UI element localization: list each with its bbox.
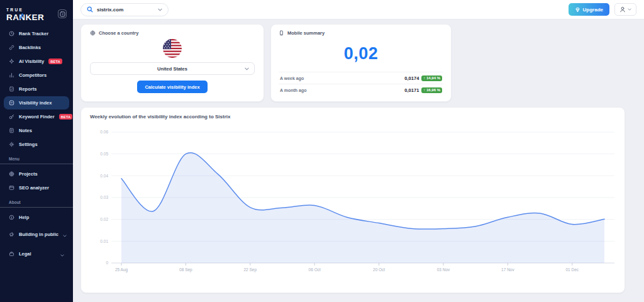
chevron-down-icon [245, 67, 249, 70]
sidebar-item-projects[interactable]: Projects [4, 167, 69, 181]
phone-icon [279, 30, 284, 36]
report-icon [9, 86, 14, 92]
brand-line2: RANKER [6, 13, 44, 22]
svg-text:03 Nov: 03 Nov [437, 267, 450, 272]
beta-badge: BETA [59, 114, 73, 120]
card-title: Choose a country [99, 30, 138, 36]
beta-badge: BETA [48, 59, 62, 64]
browser-icon [9, 185, 14, 191]
svg-text:25 Aug: 25 Aug [115, 267, 128, 272]
visibility-area-chart[interactable]: 00.010.020.030.040.050.0625 Aug08 Sep22 … [90, 125, 616, 286]
main-area: Choose a country United States [73, 20, 644, 298]
info-icon [9, 215, 14, 220]
note-icon [9, 128, 14, 133]
sidebar-item-seo-analyzer[interactable]: SEO analyzer [4, 181, 69, 194]
search-value: sistrix.com [97, 7, 154, 13]
sidebar-collapse-button[interactable] [58, 9, 67, 18]
sidebar-item-keyword-finder[interactable]: Keyword Finder BETA [4, 110, 69, 123]
clock-icon [9, 31, 14, 36]
svg-text:0.02: 0.02 [100, 217, 108, 221]
link-icon [9, 45, 14, 50]
summary-row-month: A month ago 0,0171 ↑ 16,96 % [279, 84, 443, 96]
calculate-visibility-button[interactable]: Calculate visibility index [137, 81, 207, 93]
chart-title: Weekly evolution of the visibility index… [90, 114, 616, 120]
sidebar-item-reports[interactable]: Reports [4, 82, 69, 96]
svg-text:0.03: 0.03 [100, 195, 108, 199]
sidebar-item-notes[interactable]: Notes [4, 124, 69, 137]
change-badge: ↑ 16,96 % [421, 87, 442, 93]
visibility-chart-card: Weekly evolution of the visibility index… [80, 107, 625, 293]
card-title: Mobile summary [287, 30, 325, 36]
sidebar: TRUE RANKER Rank Tracker Backlinks AI Vi… [0, 0, 73, 302]
globe-icon [90, 30, 96, 36]
chevron-down-icon [628, 8, 631, 11]
svg-text:0.01: 0.01 [100, 239, 108, 243]
sidebar-item-visibility-index[interactable]: Visibility index [4, 96, 69, 109]
change-badge: ↑ 14,94 % [421, 76, 442, 81]
week-ago-value: 0,0174 [404, 76, 419, 81]
current-visibility-value: 0,02 [279, 36, 443, 72]
divider [0, 164, 73, 164]
upgrade-label: Upgrade [583, 7, 603, 13]
svg-text:01 Dec: 01 Dec [565, 267, 579, 272]
domain-search-select[interactable]: sistrix.com [80, 3, 169, 16]
sidebar-nav: Rank Tracker Backlinks AI Visibility BET… [0, 27, 73, 263]
svg-text:22 Sep: 22 Sep [243, 267, 257, 272]
collapse-icon [60, 11, 65, 17]
sidebar-section-menu: Menu [4, 152, 69, 164]
us-flag-icon [163, 39, 182, 58]
chevron-down-icon [60, 248, 64, 259]
sidebar-item-building-in-public[interactable]: Building in public [4, 225, 69, 243]
svg-text:20 Oct: 20 Oct [373, 267, 385, 272]
globe-icon [9, 171, 14, 177]
topbar: sistrix.com Upgrade [73, 0, 644, 20]
sidebar-item-rank-tracker[interactable]: Rank Tracker [4, 27, 69, 40]
megaphone-icon [9, 232, 14, 237]
sidebar-item-competitors[interactable]: Competitors [4, 69, 69, 82]
search-icon [87, 6, 93, 13]
key-icon [9, 114, 14, 120]
chevron-down-icon [63, 228, 67, 240]
user-icon [619, 6, 626, 13]
divider [0, 207, 73, 208]
briefcase-icon [9, 251, 14, 257]
country-select-value: United States [157, 66, 187, 72]
sidebar-item-help[interactable]: Help [4, 211, 69, 224]
gem-icon [575, 7, 580, 13]
gear-icon [9, 142, 14, 147]
svg-text:06 Oct: 06 Oct [309, 267, 321, 272]
month-ago-value: 0,0171 [404, 87, 419, 93]
mobile-summary-card: Mobile summary 0,02 A week ago 0,0174 ↑ … [270, 24, 452, 102]
svg-text:0: 0 [106, 260, 108, 265]
brand-line1: TRUE [6, 8, 44, 12]
country-select[interactable]: United States [90, 62, 255, 75]
sidebar-item-legal[interactable]: Legal [4, 244, 69, 263]
sparkle-icon [9, 59, 14, 64]
sidebar-section-about: About [4, 195, 69, 207]
app-root: TRUE RANKER Rank Tracker Backlinks AI Vi… [0, 0, 644, 302]
brand-logo: TRUE RANKER [6, 8, 44, 22]
sidebar-item-settings[interactable]: Settings [4, 138, 69, 151]
gauge-icon [9, 100, 14, 106]
svg-text:0.04: 0.04 [100, 174, 108, 178]
svg-text:0.05: 0.05 [100, 152, 108, 156]
bar-chart-icon [9, 72, 14, 78]
sidebar-item-ai-visibility[interactable]: AI Visibility BETA [4, 55, 69, 68]
sidebar-item-backlinks[interactable]: Backlinks [4, 41, 69, 54]
upgrade-button[interactable]: Upgrade [569, 3, 609, 16]
svg-text:17 Nov: 17 Nov [501, 267, 514, 272]
svg-text:08 Sep: 08 Sep [179, 267, 192, 272]
choose-country-card: Choose a country United States [80, 24, 264, 102]
user-menu-button[interactable] [614, 3, 636, 16]
svg-text:0.06: 0.06 [100, 130, 108, 134]
summary-row-week: A week ago 0,0174 ↑ 14,94 % [279, 72, 443, 84]
chevron-down-icon [158, 8, 162, 11]
